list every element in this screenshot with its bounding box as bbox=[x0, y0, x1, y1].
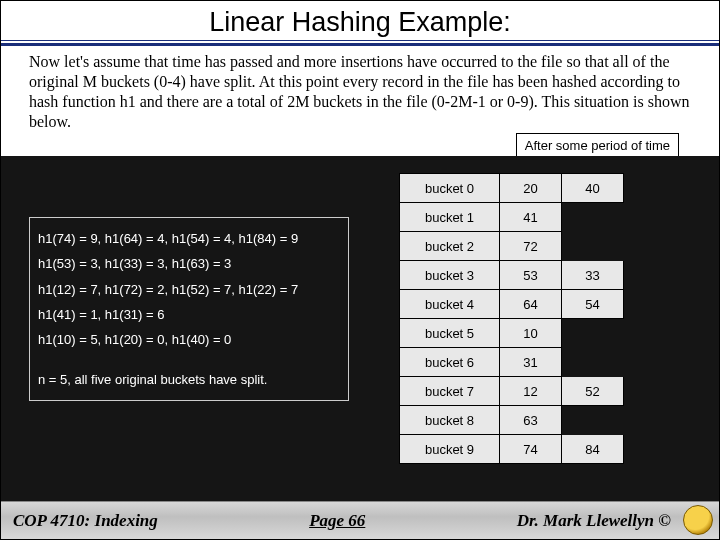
hash-note: n = 5, all five original buckets have sp… bbox=[38, 367, 340, 392]
bucket-label: bucket 0 bbox=[400, 174, 500, 203]
bucket-table: bucket 02040bucket 141bucket 272bucket 3… bbox=[399, 173, 624, 464]
hash-line: h1(10) = 5, h1(20) = 0, h1(40) = 0 bbox=[38, 327, 340, 352]
bucket-value: 20 bbox=[500, 174, 562, 203]
bucket-label: bucket 2 bbox=[400, 232, 500, 261]
bucket-value: 12 bbox=[500, 377, 562, 406]
hash-line: h1(41) = 1, h1(31) = 6 bbox=[38, 302, 340, 327]
bucket-value bbox=[562, 406, 624, 435]
table-row: bucket 71252 bbox=[400, 377, 624, 406]
table-row: bucket 863 bbox=[400, 406, 624, 435]
table-row: bucket 02040 bbox=[400, 174, 624, 203]
bucket-value: 52 bbox=[562, 377, 624, 406]
bucket-value: 41 bbox=[500, 203, 562, 232]
bucket-value bbox=[562, 319, 624, 348]
bucket-value: 33 bbox=[562, 261, 624, 290]
bucket-value: 74 bbox=[500, 435, 562, 464]
slide: Linear Hashing Example: Now let's assume… bbox=[0, 0, 720, 540]
bucket-label: bucket 3 bbox=[400, 261, 500, 290]
ucf-logo-icon bbox=[683, 505, 713, 535]
hash-line: h1(12) = 7, h1(72) = 2, h1(52) = 7, h1(2… bbox=[38, 277, 340, 302]
bucket-label: bucket 9 bbox=[400, 435, 500, 464]
slide-title: Linear Hashing Example: bbox=[1, 1, 719, 41]
hash-values-box: h1(74) = 9, h1(64) = 4, h1(54) = 4, h1(8… bbox=[29, 217, 349, 401]
body-paragraph: Now let's assume that time has passed an… bbox=[1, 46, 719, 132]
bucket-value: 31 bbox=[500, 348, 562, 377]
bucket-value: 64 bbox=[500, 290, 562, 319]
table-row: bucket 631 bbox=[400, 348, 624, 377]
table-row: bucket 46454 bbox=[400, 290, 624, 319]
footer-page: Page 66 bbox=[158, 511, 517, 531]
bucket-value: 63 bbox=[500, 406, 562, 435]
bucket-label: bucket 1 bbox=[400, 203, 500, 232]
bucket-value bbox=[562, 203, 624, 232]
bucket-value: 10 bbox=[500, 319, 562, 348]
bucket-label: bucket 8 bbox=[400, 406, 500, 435]
bucket-label: bucket 6 bbox=[400, 348, 500, 377]
bucket-value: 53 bbox=[500, 261, 562, 290]
bucket-value bbox=[562, 232, 624, 261]
footer-left: COP 4710: Indexing bbox=[1, 511, 158, 531]
bucket-label: bucket 4 bbox=[400, 290, 500, 319]
title-bar: Linear Hashing Example: bbox=[1, 1, 719, 46]
bucket-label: bucket 7 bbox=[400, 377, 500, 406]
caption-box: After some period of time bbox=[516, 133, 679, 158]
bucket-value bbox=[562, 348, 624, 377]
bucket-label: bucket 5 bbox=[400, 319, 500, 348]
bucket-value: 84 bbox=[562, 435, 624, 464]
footer: COP 4710: Indexing Page 66 Dr. Mark Llew… bbox=[1, 501, 719, 539]
table-row: bucket 272 bbox=[400, 232, 624, 261]
hash-line: h1(74) = 9, h1(64) = 4, h1(54) = 4, h1(8… bbox=[38, 226, 340, 251]
table-row: bucket 35333 bbox=[400, 261, 624, 290]
table-row: bucket 141 bbox=[400, 203, 624, 232]
bucket-value: 40 bbox=[562, 174, 624, 203]
hash-line: h1(53) = 3, h1(33) = 3, h1(63) = 3 bbox=[38, 251, 340, 276]
bucket-value: 54 bbox=[562, 290, 624, 319]
bucket-value: 72 bbox=[500, 232, 562, 261]
table-row: bucket 97484 bbox=[400, 435, 624, 464]
table-row: bucket 510 bbox=[400, 319, 624, 348]
